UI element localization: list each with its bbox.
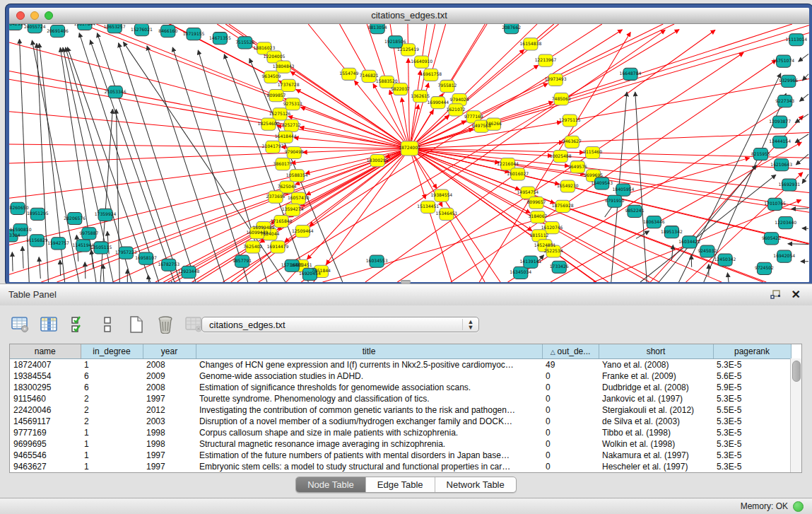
table-cell[interactable]: 0 (542, 450, 599, 461)
table-cell[interactable]: 0 (542, 382, 599, 393)
column-header-in_degree[interactable]: in_degree (81, 344, 143, 358)
table-cell[interactable]: 2008 (143, 358, 196, 370)
table-cell[interactable]: 5.3E-5 (713, 450, 791, 461)
table-cell[interactable]: 9699695 (10, 438, 81, 450)
table-cell[interactable]: 22420046 (10, 404, 81, 416)
table-cell[interactable]: 2 (81, 404, 143, 416)
tab-node-table[interactable]: Node Table (296, 477, 366, 492)
table-cell[interactable]: 0 (542, 370, 599, 382)
column-header-pagerank[interactable]: pagerank (713, 344, 791, 358)
table-cell[interactable]: 0 (542, 416, 599, 427)
table-cell[interactable]: Structural magnetic resonance image aver… (196, 438, 542, 450)
table-cell[interactable]: Estimation of the future numbers of pati… (196, 450, 542, 461)
table-cell[interactable]: 6 (81, 382, 143, 393)
table-cell[interactable]: 14569117 (10, 416, 81, 427)
table-cell[interactable]: 0 (542, 404, 599, 416)
table-cell[interactable]: 1997 (143, 450, 196, 461)
network-view-canvas[interactable]: 1872400718300295193845541554749714682115… (9, 24, 809, 282)
table-cell[interactable]: Nakamura et al. (1997) (599, 450, 713, 461)
table-cell[interactable]: 1997 (143, 393, 196, 404)
table-cell[interactable]: 2009 (143, 370, 196, 382)
table-cell[interactable]: Corpus callosum shape and size in male p… (196, 427, 542, 438)
column-header-year[interactable]: year (143, 344, 196, 358)
table-cell[interactable]: Franke et al. (2009) (599, 370, 713, 382)
table-cell[interactable]: 5.3E-5 (713, 358, 791, 370)
table-cell[interactable]: 5.3E-5 (713, 416, 791, 427)
new-table-icon[interactable] (127, 315, 146, 334)
table-selector-dropdown[interactable]: citations_edges.txt ▲▼ (201, 317, 479, 332)
table-cell[interactable]: 5.3E-5 (713, 461, 791, 472)
column-header-name[interactable]: name (10, 344, 81, 358)
table-cell[interactable]: 1 (81, 438, 143, 450)
table-cell[interactable]: 2012 (143, 404, 196, 416)
float-window-icon[interactable] (770, 290, 781, 300)
node-table[interactable]: namein_degreeyeartitle△out_de...shortpag… (9, 344, 802, 473)
delete-table-icon[interactable] (156, 315, 175, 334)
table-cell[interactable]: 6 (81, 370, 143, 382)
table-cell[interactable]: de Silva et al. (2003) (599, 416, 713, 427)
table-cell[interactable]: 5.5E-5 (713, 404, 791, 416)
table-cell[interactable]: Stergiakouli et al. (2012) (599, 404, 713, 416)
table-cell[interactable]: 0 (542, 461, 599, 472)
table-cell[interactable]: Investigating the contribution of common… (196, 404, 542, 416)
table-cell[interactable]: 1997 (143, 461, 196, 472)
table-cell[interactable]: Tourette syndrome. Phenomenology and cla… (196, 393, 542, 404)
table-cell[interactable]: 9465546 (10, 450, 81, 461)
table-cell[interactable]: Embryonic stem cells: a model to study s… (196, 461, 542, 472)
table-cell[interactable]: 5.6E-5 (713, 370, 791, 382)
table-cell[interactable]: Disruption of a novel member of a sodium… (196, 416, 542, 427)
table-cell[interactable]: Changes of HCN gene expression and I(f) … (196, 358, 542, 370)
network-window-titlebar[interactable]: citations_edges.txt (9, 8, 809, 24)
table-cell[interactable]: 5.9E-5 (713, 382, 791, 393)
table-cell[interactable]: 0 (542, 438, 599, 450)
table-cell[interactable]: 5.3E-5 (713, 427, 791, 438)
column-header-short[interactable]: short (599, 344, 713, 358)
table-options-icon[interactable] (11, 315, 30, 334)
table-cell[interactable]: 2003 (143, 416, 196, 427)
table-cell[interactable]: 18724007 (10, 358, 81, 370)
table-cell[interactable]: 0 (542, 393, 599, 404)
table-cell[interactable]: 1998 (143, 438, 196, 450)
table-row[interactable]: 1872400712008Changes of HCN gene express… (10, 358, 791, 370)
table-row[interactable]: 1938455462009Genome-wide association stu… (10, 370, 791, 382)
table-cell[interactable]: 1998 (143, 427, 196, 438)
table-row[interactable]: 2242004622012Investigating the contribut… (10, 404, 791, 416)
table-row[interactable]: 946554611997Estimation of the future num… (10, 450, 791, 461)
table-cell[interactable]: 2 (81, 393, 143, 404)
table-row[interactable]: 911546021997Tourette syndrome. Phenomeno… (10, 393, 791, 404)
table-vertical-scrollbar[interactable] (790, 358, 801, 472)
table-cell[interactable]: Jankovic et al. (1997) (599, 393, 713, 404)
show-columns-icon[interactable] (40, 315, 59, 334)
tab-edge-table[interactable]: Edge Table (366, 477, 435, 492)
scrollbar-thumb[interactable] (792, 361, 801, 382)
unselect-all-icon[interactable] (98, 315, 117, 334)
table-cell[interactable]: 0 (542, 427, 599, 438)
table-cell[interactable]: 1 (81, 450, 143, 461)
memory-ok-indicator[interactable] (793, 501, 804, 512)
table-cell[interactable]: 19384554 (10, 370, 81, 382)
table-cell[interactable]: 2008 (143, 382, 196, 393)
table-cell[interactable]: Estimation of significance thresholds fo… (196, 382, 542, 393)
table-row[interactable]: 969969511998Structural magnetic resonanc… (10, 438, 791, 450)
node-table-grid[interactable]: namein_degreeyeartitle△out_de...shortpag… (10, 344, 792, 472)
table-row[interactable]: 946362711997Embryonic stem cells: a mode… (10, 461, 791, 472)
table-cell[interactable]: 18300295 (10, 382, 81, 393)
table-row[interactable]: 977716911998Corpus callosum shape and si… (10, 427, 791, 438)
table-cell[interactable]: 1 (81, 427, 143, 438)
table-cell[interactable]: 49 (542, 358, 599, 370)
table-cell[interactable]: 9777169 (10, 427, 81, 438)
table-cell[interactable]: Dudbridge et al. (2008) (599, 382, 713, 393)
table-cell[interactable]: Tibbo et al. (1998) (599, 427, 713, 438)
table-cell[interactable]: 2 (81, 416, 143, 427)
table-cell[interactable]: Hescheler et al. (1997) (599, 461, 713, 472)
column-header-out_de[interactable]: △out_de... (542, 344, 599, 358)
network-window[interactable]: citations_edges.txt 18724007183002951938… (6, 4, 812, 286)
table-cell[interactable]: 5.3E-5 (713, 393, 791, 404)
table-cell[interactable]: 9115460 (10, 393, 81, 404)
citation-network-graph[interactable]: 1872400718300295193845541554749714682115… (9, 24, 809, 282)
close-panel-icon[interactable]: ✕ (792, 288, 801, 301)
table-row[interactable]: 1830029562008Estimation of significance … (10, 382, 791, 393)
table-cell[interactable]: 5.3E-5 (713, 438, 791, 450)
column-header-title[interactable]: title (196, 344, 542, 358)
table-cell[interactable]: Yano et al. (2008) (599, 358, 713, 370)
